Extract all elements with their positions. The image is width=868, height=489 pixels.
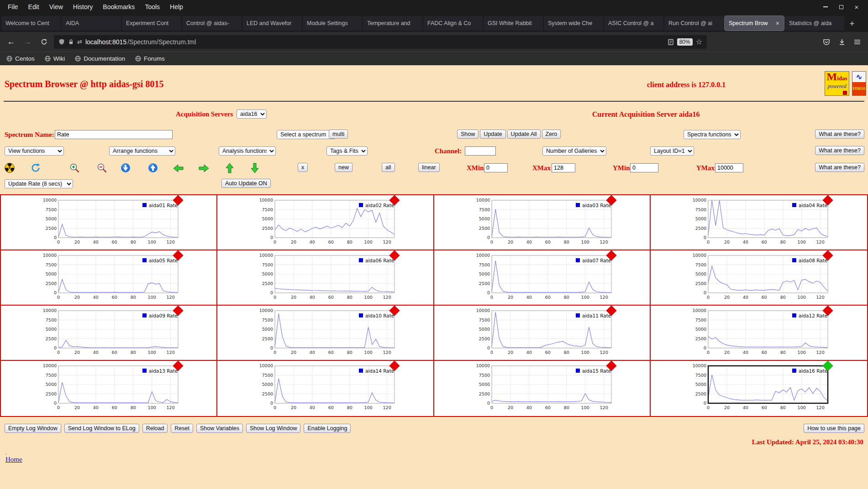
tab-system-wide-che[interactable]: System wide Che: [544, 16, 603, 31]
what-are-these-button-1[interactable]: What are these?: [815, 130, 864, 139]
menu-view[interactable]: View: [44, 2, 68, 12]
tab-statistics-aida[interactable]: Statistics @ aida: [785, 16, 844, 31]
lock-icon[interactable]: [68, 39, 74, 45]
shield-icon[interactable]: [58, 38, 65, 45]
spectrum-chart-aida02-rate[interactable]: 025005000750010000020406080100120aida02 …: [257, 197, 398, 250]
maximize-button[interactable]: [838, 4, 844, 10]
tab-welcome-to-cent[interactable]: Welcome to Cent: [1, 16, 61, 31]
spectrum-cell-aida01-rate[interactable]: 025005000750010000020406080100120aida01 …: [1, 195, 217, 250]
xmin-input[interactable]: [484, 163, 508, 172]
acquisition-server-select[interactable]: aida16: [237, 109, 267, 119]
menu-tools[interactable]: Tools: [140, 2, 165, 12]
zoom-level-badge[interactable]: 80%: [677, 38, 693, 46]
layout-id-select[interactable]: Layout ID=1: [650, 146, 694, 156]
zero-button[interactable]: Zero: [542, 130, 561, 139]
spectrum-cell-aida12-rate[interactable]: 025005000750010000020406080100120aida12 …: [651, 306, 867, 361]
tab-control-aidas[interactable]: Control @ aidas-: [182, 16, 242, 31]
back-button[interactable]: ←: [5, 36, 17, 48]
zoom-in-icon[interactable]: [69, 163, 80, 173]
home-link[interactable]: Home: [5, 456, 22, 463]
tab-module-settings[interactable]: Module Settings: [303, 16, 362, 31]
arrange-functions-select[interactable]: Arrange functions: [109, 146, 175, 156]
menu-bookmarks[interactable]: Bookmarks: [98, 2, 140, 12]
spectrum-name-input[interactable]: [55, 130, 173, 139]
reload-button[interactable]: [37, 36, 50, 48]
pan-down-icon[interactable]: [250, 162, 259, 174]
xmax-input[interactable]: [552, 163, 575, 172]
channel-input[interactable]: [465, 146, 496, 156]
spectrum-cell-aida16-rate[interactable]: 025005000750010000020406080100120aida16 …: [651, 361, 867, 416]
hamburger-menu-icon[interactable]: [854, 39, 861, 45]
spectrum-cell-aida03-rate[interactable]: 025005000750010000020406080100120aida03 …: [434, 195, 651, 250]
spectrum-cell-aida14-rate[interactable]: 025005000750010000020406080100120aida14 …: [217, 361, 434, 416]
view-functions-select[interactable]: View functions: [5, 146, 64, 156]
tab-temperature-and[interactable]: Temperature and: [363, 16, 422, 31]
number-of-galleries-select[interactable]: Number of Galleries: [542, 146, 606, 156]
tab-spectrum-brow[interactable]: Spectrum Brow×: [725, 16, 784, 31]
new-button[interactable]: new: [335, 163, 352, 172]
log-button-send-log-window-to-elog[interactable]: Send Log Window to ELog: [64, 424, 139, 433]
pan-left-icon[interactable]: [173, 164, 184, 173]
spectrum-chart-aida16-rate[interactable]: 025005000750010000020406080100120aida16 …: [690, 362, 831, 416]
bookmark-centos[interactable]: Centos: [6, 55, 35, 62]
url-bar[interactable]: ⇄ localhost:8015/Spectrum/Spectrum.tml 8…: [54, 35, 707, 49]
spectrum-chart-aida10-rate[interactable]: 025005000750010000020406080100120aida10 …: [257, 307, 398, 360]
spectrum-chart-aida04-rate[interactable]: 025005000750010000020406080100120aida04 …: [690, 197, 831, 250]
ymax-input[interactable]: [715, 163, 743, 172]
menu-help[interactable]: Help: [165, 2, 188, 12]
tab-run-control-ai[interactable]: Run Control @ ai: [664, 16, 724, 31]
spectrum-chart-aida13-rate[interactable]: 025005000750010000020406080100120aida13 …: [40, 362, 182, 416]
spectrum-chart-aida05-rate[interactable]: 025005000750010000020406080100120aida05 …: [40, 252, 182, 305]
select-a-spectrum[interactable]: Select a spectrum: [277, 130, 336, 139]
log-button-reload[interactable]: Reload: [142, 424, 168, 433]
bookmark-documentation[interactable]: Documentation: [75, 55, 125, 62]
spectrum-chart-aida14-rate[interactable]: 025005000750010000020406080100120aida14 …: [257, 362, 398, 416]
menu-edit[interactable]: Edit: [23, 2, 44, 12]
bookmark-forums[interactable]: Forums: [135, 55, 165, 62]
update-rate-select[interactable]: Update Rate (8 secs): [5, 179, 73, 188]
all-button[interactable]: all: [382, 163, 395, 172]
what-are-these-button-2[interactable]: What are these?: [815, 146, 864, 155]
spectrum-chart-aida08-rate[interactable]: 025005000750010000020406080100120aida08 …: [690, 252, 831, 305]
show-button[interactable]: Show: [457, 130, 479, 139]
tab-asic-control-a[interactable]: ASIC Control @ a: [604, 16, 663, 31]
refresh-icon[interactable]: [31, 163, 41, 173]
tab-gsi-white-rabbit[interactable]: GSI White Rabbit: [484, 16, 543, 31]
menu-file[interactable]: File: [3, 2, 23, 12]
spectrum-cell-aida10-rate[interactable]: 025005000750010000020406080100120aida10 …: [217, 306, 434, 361]
spectrum-cell-aida11-rate[interactable]: 025005000750010000020406080100120aida11 …: [434, 306, 651, 361]
spectrum-chart-aida12-rate[interactable]: 025005000750010000020406080100120aida12 …: [690, 307, 831, 360]
spectrum-cell-aida02-rate[interactable]: 025005000750010000020406080100120aida02 …: [217, 195, 434, 250]
tab-fadc-align-co[interactable]: FADC Align & Co: [423, 16, 483, 31]
linear-button[interactable]: linear: [418, 163, 440, 172]
minimize-button[interactable]: [822, 4, 829, 10]
radiation-icon[interactable]: [5, 163, 15, 173]
new-tab-button[interactable]: +: [845, 17, 859, 31]
spectrum-chart-aida09-rate[interactable]: 025005000750010000020406080100120aida09 …: [40, 307, 182, 360]
spectrum-chart-aida07-rate[interactable]: 025005000750010000020406080100120aida07 …: [473, 252, 615, 305]
pan-up-icon[interactable]: [225, 162, 234, 174]
reader-mode-icon[interactable]: [668, 39, 674, 45]
log-button-empty-log-window[interactable]: Empty Log Window: [5, 424, 61, 433]
spectrum-cell-aida08-rate[interactable]: 025005000750010000020406080100120aida08 …: [651, 250, 867, 306]
update-button[interactable]: Update: [480, 130, 505, 139]
zoom-y-out-icon[interactable]: [148, 163, 158, 173]
update-all-button[interactable]: Update All: [507, 130, 541, 139]
ymin-input[interactable]: [630, 163, 658, 172]
bookmark-wiki[interactable]: Wiki: [45, 55, 65, 62]
spectrum-cell-aida06-rate[interactable]: 025005000750010000020406080100120aida06 …: [217, 250, 434, 306]
spectrum-cell-aida15-rate[interactable]: 025005000750010000020406080100120aida15 …: [434, 361, 651, 416]
auto-update-button[interactable]: Auto Update ON: [221, 179, 271, 188]
pan-right-icon[interactable]: [198, 164, 210, 173]
spectrum-cell-aida13-rate[interactable]: 025005000750010000020406080100120aida13 …: [1, 361, 217, 416]
tab-close-icon[interactable]: ×: [775, 20, 780, 27]
multi-button[interactable]: multi: [329, 130, 348, 139]
x-button[interactable]: x: [298, 163, 308, 172]
analysis-functions-select[interactable]: Analysis functions: [219, 146, 276, 156]
tab-experiment-cont[interactable]: Experiment Cont: [122, 16, 181, 31]
pocket-icon[interactable]: [823, 38, 830, 46]
spectrum-chart-aida06-rate[interactable]: 025005000750010000020406080100120aida06 …: [257, 252, 398, 305]
tab-aida[interactable]: AIDA: [62, 16, 121, 31]
forward-button[interactable]: →: [21, 36, 34, 48]
log-button-reset[interactable]: Reset: [171, 424, 193, 433]
